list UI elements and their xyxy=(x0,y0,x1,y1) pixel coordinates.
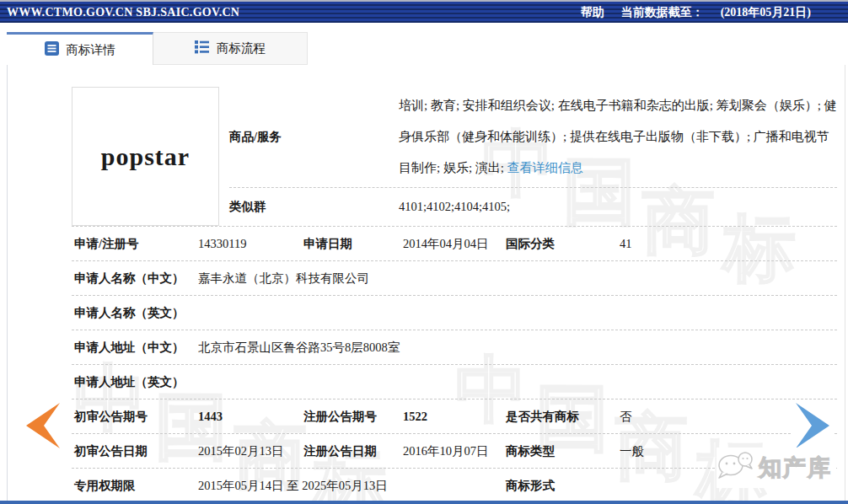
exclusive-right-period-label: 专用权期限 xyxy=(74,478,198,494)
registration-gazette-no-value: 1522 xyxy=(403,410,506,424)
goods-services-label: 商品/服务 xyxy=(229,129,399,145)
next-arrow-button[interactable] xyxy=(791,403,835,448)
trademark-image: popstar xyxy=(72,87,219,226)
chevron-right-icon xyxy=(791,403,835,448)
applicant-address-cn-value: 北京市石景山区鲁谷路35号8层8008室 xyxy=(198,340,837,356)
preliminary-gazette-date-value: 2015年02月13日 xyxy=(198,443,303,459)
preliminary-gazette-no-value: 1443 xyxy=(198,410,303,424)
table-row: 申请/注册号 14330119 申请日期 2014年04月04日 国际分类 41 xyxy=(72,227,837,261)
previous-arrow-button[interactable] xyxy=(21,403,65,448)
tab-process-label: 商标流程 xyxy=(217,40,266,56)
application-number-label: 申请/注册号 xyxy=(74,236,198,252)
detail-list-icon xyxy=(45,41,59,59)
applicant-address-en-label: 申请人地址（英文） xyxy=(74,374,198,390)
goods-services-value: 培训; 教育; 安排和组织会议; 在线电子书籍和杂志的出版; 筹划聚会（娱乐）;… xyxy=(399,90,837,184)
top-bar: WWW.CTMO.GOV.CN SBJ.SAIC.GOV.CN 帮助 当前数据截… xyxy=(0,0,848,23)
data-until-value: (2018年05月21日) xyxy=(721,5,811,20)
trademark-form-label: 商标形式 xyxy=(506,478,620,494)
tab-trademark-process[interactable]: 商标流程 xyxy=(153,32,308,65)
table-row: 初审公告期号 1443 注册公告期号 1522 是否共有商标 否 xyxy=(72,399,837,434)
intl-class-label: 国际分类 xyxy=(506,236,620,252)
application-number-value: 14330119 xyxy=(198,237,303,251)
table-row: 申请人名称（英文） xyxy=(72,296,837,330)
registration-gazette-date-label: 注册公告日期 xyxy=(303,443,403,459)
chevron-left-icon xyxy=(21,403,65,448)
trademark-detail-page: 中 国 商 标 中 国 商 标 中 国 商 标 WWW.CTMO.GOV.CN … xyxy=(0,0,848,504)
trademark-detail-panel: popstar 商品/服务 培训; 教育; 安排和组织会议; 在线电子书籍和杂志… xyxy=(72,87,837,503)
applicant-name-en-label: 申请人名称（英文） xyxy=(74,305,198,321)
trademark-summary-section: popstar 商品/服务 培训; 教育; 安排和组织会议; 在线电子书籍和杂志… xyxy=(72,87,837,227)
goods-services-row: 商品/服务 培训; 教育; 安排和组织会议; 在线电子书籍和杂志的出版; 筹划聚… xyxy=(229,87,837,187)
exclusive-right-period-value: 2015年05月14日 至 2025年05月13日 xyxy=(198,478,506,494)
preliminary-gazette-date-label: 初审公告日期 xyxy=(74,443,198,459)
table-row: 申请人名称（中文） 嘉丰永道（北京）科技有限公司 xyxy=(72,261,837,296)
table-row: 申请人地址（中文） 北京市石景山区鲁谷路35号8层8008室 xyxy=(72,330,837,365)
application-date-value: 2014年04月04日 xyxy=(403,236,506,252)
tab-detail-label: 商标详情 xyxy=(67,42,115,58)
help-link[interactable]: 帮助 xyxy=(581,5,604,20)
zhichanku-logo-text: 知产库 xyxy=(759,453,832,483)
registration-gazette-date-value: 2016年10月07日 xyxy=(403,443,506,459)
registration-gazette-no-label: 注册公告期号 xyxy=(303,409,403,425)
table-row: 申请人地址（英文） xyxy=(72,365,837,399)
site-title: WWW.CTMO.GOV.CN SBJ.SAIC.GOV.CN xyxy=(0,6,239,19)
goods-services-block: 商品/服务 培训; 教育; 安排和组织会议; 在线电子书籍和杂志的出版; 筹划聚… xyxy=(229,87,837,226)
similar-group-row: 类似群 4101;4102;4104;4105; xyxy=(229,187,837,226)
zhichanku-watermark: 知产库 xyxy=(717,448,836,488)
trademark-image-text: popstar xyxy=(101,142,190,171)
applicant-name-cn-label: 申请人名称（中文） xyxy=(74,271,198,287)
tab-bar: 商标详情 商标流程 xyxy=(7,32,308,65)
data-until-label: 当前数据截至： xyxy=(621,5,704,20)
applicant-name-cn-value: 嘉丰永道（北京）科技有限公司 xyxy=(198,271,837,287)
tab-trademark-detail[interactable]: 商标详情 xyxy=(7,32,153,65)
trademark-type-label: 商标类型 xyxy=(506,443,620,459)
similar-group-label: 类似群 xyxy=(229,199,399,215)
chat-bubbles-icon xyxy=(717,449,754,486)
process-list-icon xyxy=(195,40,209,57)
preliminary-gazette-no-label: 初审公告期号 xyxy=(74,409,198,425)
similar-group-value: 4101;4102;4104;4105; xyxy=(399,200,510,214)
bottom-accent-bar xyxy=(0,501,848,504)
shared-trademark-label: 是否共有商标 xyxy=(506,409,620,425)
application-date-label: 申请日期 xyxy=(303,236,403,252)
applicant-address-cn-label: 申请人地址（中文） xyxy=(74,340,198,356)
goods-services-text: 培训; 教育; 安排和组织会议; 在线电子书籍和杂志的出版; 筹划聚会（娱乐）;… xyxy=(399,99,837,174)
intl-class-value: 41 xyxy=(620,237,837,251)
view-details-link[interactable]: 查看详细信息 xyxy=(507,161,583,174)
